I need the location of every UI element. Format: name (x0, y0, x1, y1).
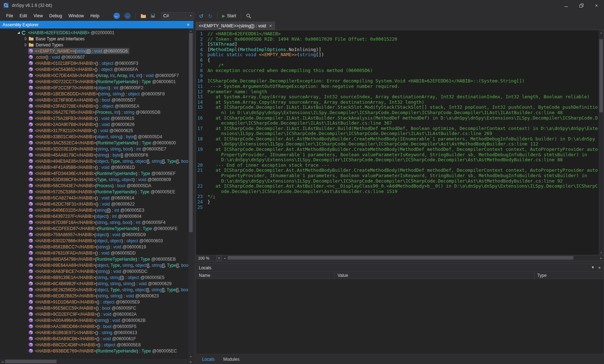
tree-item[interactable]: <HABIB>B43AB9CB6</HABIB>() : void @06000… (0, 336, 188, 342)
tree-item[interactable]: <HABIB>89E64AA69</HABIB>(object, Type, s… (0, 262, 188, 268)
tree-item[interactable]: <HABIB>6406E01D5</HABIB>(string[]) : int… (0, 207, 188, 213)
tree-item[interactable]: <HABIB>4F41A95B6</HABIB>() : void @06000… (0, 164, 188, 170)
assembly-explorer-header[interactable]: Assembly Explorer × (0, 21, 193, 28)
tree-item[interactable]: <HABIB>6CDFEED97</HABIB>(RuntimeTypeHand… (0, 225, 188, 232)
tree-item[interactable]: <HABIB>62EFEDD61</HABIB> @02000001 (0, 30, 188, 36)
expand-expander-icon[interactable] (23, 43, 28, 47)
tree-item[interactable]: <HABIB>0D722CC73</HABIB>(RuntimeTypeHand… (0, 78, 188, 85)
locals-panel-header[interactable]: Locals ▼ × (196, 264, 604, 271)
tree-item[interactable]: <HABIB>5725C5368</HABIB>(RuntimeTypeHand… (0, 189, 188, 195)
language-combobox[interactable]: C#▼ (161, 12, 194, 19)
forward-button[interactable]: → (123, 12, 132, 20)
redo-button[interactable]: ↻ (206, 13, 214, 19)
tree-item[interactable]: <HABIB>95E58CC59</HABIB>() : bool @06000… (0, 305, 188, 311)
code-text[interactable]: ---> System.ArgumentOutOfRangeException:… (207, 84, 599, 89)
tree-item[interactable]: <HABIB>759A86557</HABIB>(object) : void … (0, 232, 188, 238)
locals-close-icon[interactable]: × (598, 265, 601, 270)
document-tab[interactable]: <<EMPTY_NAME>>(string[]) : void × (196, 22, 275, 30)
tree-item[interactable]: <HABIB>3D203E1D9</HABIB>(string, string,… (0, 146, 188, 152)
tree-item[interactable]: <HABIB>A00A496A9</HABIB>(string) : void … (0, 317, 188, 323)
code-text[interactable]: at ICSharpCode.Decompiler.Ast.AstBuilder… (207, 184, 599, 194)
code-text[interactable]: --- End of inner exception stack trace -… (207, 163, 599, 168)
code-text[interactable]: { (207, 58, 599, 63)
code-text[interactable]: Parameter name: length (207, 89, 599, 95)
tree-item[interactable]: Base Type and Interfaces (0, 36, 188, 42)
chevron-down-icon[interactable]: ▼ (591, 265, 595, 270)
locals-column-name[interactable]: Name (196, 272, 335, 279)
tree-item[interactable]: <HABIB>876310FAD</HABIB>() : void @06000… (0, 250, 188, 256)
tree-item[interactable]: <HABIB>8A63FBCE7</HABIB>(string) : void … (0, 268, 188, 274)
code-text[interactable]: } (207, 199, 599, 205)
undo-button[interactable]: ↺ (198, 13, 205, 19)
locals-table-body[interactable] (196, 279, 604, 354)
open-button[interactable] (139, 13, 148, 19)
tree-item[interactable]: <HABIB>91D1D6A9D</HABIB>() : object @060… (0, 299, 188, 305)
code-text[interactable]: */; (207, 194, 599, 199)
collapse-expander-icon[interactable] (16, 31, 21, 35)
tree-item[interactable]: <HABIB>2A0A907B8</HABIB>() : void @06000… (0, 121, 188, 127)
scroll-down-icon[interactable]: ▼ (599, 250, 604, 255)
tree-item[interactable]: <HABIB>4FD34436E</HABIB>(RuntimeTypeHand… (0, 170, 188, 176)
menu-edit[interactable]: Edit (16, 12, 30, 20)
tree-item[interactable]: <HABIB>9CD2EFC9F</HABIB>() : void @06000… (0, 311, 188, 317)
code-text[interactable]: ICSharpCode.Decompiler.DecompilerExcepti… (207, 78, 599, 84)
code-text[interactable]: at ICSharpCode.Decompiler.Ast.AstMethodB… (207, 147, 599, 163)
tree-horizontal-scrollbar[interactable]: ◀ ▶ (0, 359, 193, 364)
code-text[interactable]: public static void <<EMPTY_NAME>>(string… (207, 52, 599, 58)
tree-item[interactable]: <HABIB>62DC76F31</HABIB>() : void @06000… (0, 201, 188, 207)
code-text[interactable]: [STAThread] (207, 42, 599, 47)
tree-item[interactable]: <HABIB>B93BDE769</HABIB>(RuntimeTypeHand… (0, 348, 188, 354)
menu-window[interactable]: Window (65, 12, 87, 20)
tree-item[interactable]: <HABIB>8E26256D5</HABIB>(object, Type, s… (0, 287, 188, 293)
tree-item[interactable]: <HABIB>0C7DE4A58</HABIB>(Array, int, Arr… (0, 72, 188, 78)
menu-help[interactable]: Help (87, 12, 103, 20)
menu-file[interactable]: File (3, 12, 16, 20)
code-text[interactable]: at ICSharpCode.Decompiler.Ast.AstMethodB… (207, 168, 599, 184)
tree-item[interactable]: <HABIB>45AA8179C</HABIB>(string) : byte[… (0, 152, 188, 158)
scroll-up-icon[interactable]: ▲ (188, 28, 193, 33)
tree-item[interactable]: <HABIB>23FAD728E</HABIB>() : object @060… (0, 103, 188, 109)
code-text[interactable]: at System.Array.Copy(Array sourceArray, … (207, 100, 599, 105)
tree-item[interactable]: <HABIB>B8CDC4D8F</HABIB>() : object @060… (0, 342, 188, 348)
scroll-down-icon[interactable]: ▼ (188, 354, 193, 359)
tree-vertical-scrollbar[interactable]: ▲ ▼ (188, 28, 193, 359)
save-all-button[interactable] (149, 13, 157, 19)
tree-item[interactable]: <<EMPTY_NAME>>(string[]) : void @060005D… (0, 48, 188, 54)
code-text[interactable]: at ICSharpCode.Decompiler.ILAst.ILAstBui… (207, 116, 599, 126)
tree-item[interactable]: Derived Types (0, 42, 188, 48)
scroll-left-icon[interactable]: ◀ (222, 256, 227, 260)
start-button[interactable]: ▶Start (221, 13, 238, 19)
maximize-button[interactable] (574, 0, 589, 11)
locals-column-value[interactable]: Value (335, 272, 534, 279)
tree-item[interactable]: <HABIB>494E9AE85</HABIB>(object, Type, s… (0, 158, 188, 164)
scroll-up-icon[interactable]: ▲ (599, 30, 604, 35)
tree-item[interactable]: <HABIB>5CA827443</HABIB>() : void @06000… (0, 195, 188, 201)
code-text[interactable]: at ICSharpCode.Decompiler.ILAst.ILAstBui… (207, 105, 599, 115)
tree-item[interactable]: <HABIB>53D936CF6</HABIB>(Type, string, o… (0, 176, 188, 183)
tree-item[interactable]: <HABIB>1BEBC6DDD</HABIB>(string, string)… (0, 91, 188, 97)
tree-item[interactable]: <HABIB>AA19BDD66</HABIB>() : bool @06000… (0, 323, 188, 329)
tree-item[interactable]: <HABIB>01021BFD9</HABIB>() : object @060… (0, 60, 188, 66)
tree-item[interactable]: <HABIB>88DA54798</HABIB>(RuntimeTypeHand… (0, 256, 188, 262)
tree-item[interactable]: <HABIB>3AC552EC4</HABIB>(RuntimeTypeHand… (0, 140, 188, 146)
code-text[interactable] (207, 73, 599, 79)
tree-item[interactable]: <HABIB>8EDB2B825</HABIB>(string, string)… (0, 293, 188, 299)
chevron-down-icon[interactable]: ▼ (216, 255, 222, 261)
tree-item[interactable]: <HABIB>33B01C463</HABIB>(object, string)… (0, 134, 188, 140)
code-text[interactable]: An exception occurred when decompiling t… (207, 68, 599, 73)
locals-column-type[interactable]: Type (534, 272, 604, 279)
tree-item[interactable]: <HABIB>26A27E765</HABIB>(Process, int) :… (0, 109, 188, 115)
close-button[interactable]: × (589, 0, 604, 11)
code-text[interactable] (207, 205, 599, 210)
tree-item[interactable]: <HABIB>8581BBCC7</HABIB>(string) : void … (0, 244, 188, 250)
tree-item[interactable]: <HABIB>56C0543E7</HABIB>(Process) : bool… (0, 183, 188, 189)
editor-vertical-scrollbar[interactable]: ▲ ▼ (599, 30, 604, 255)
tree-item[interactable]: <HABIB>67D36F16A</HABIB>(string, string,… (0, 219, 188, 225)
scroll-right-icon[interactable]: ▶ (188, 359, 193, 364)
tree-item[interactable]: <HABIB>B1B63E971</HABIB>() : string @060… (0, 329, 188, 336)
tab-modules[interactable]: Modules (220, 355, 243, 363)
code-text[interactable]: // <HABIB>62EFEDD61</HABIB> (207, 31, 599, 37)
code-text[interactable]: /* (207, 63, 599, 68)
tree-vscroll-thumb[interactable] (189, 33, 193, 232)
editor-horizontal-scrollbar[interactable]: ◀ ▶ (222, 255, 604, 260)
